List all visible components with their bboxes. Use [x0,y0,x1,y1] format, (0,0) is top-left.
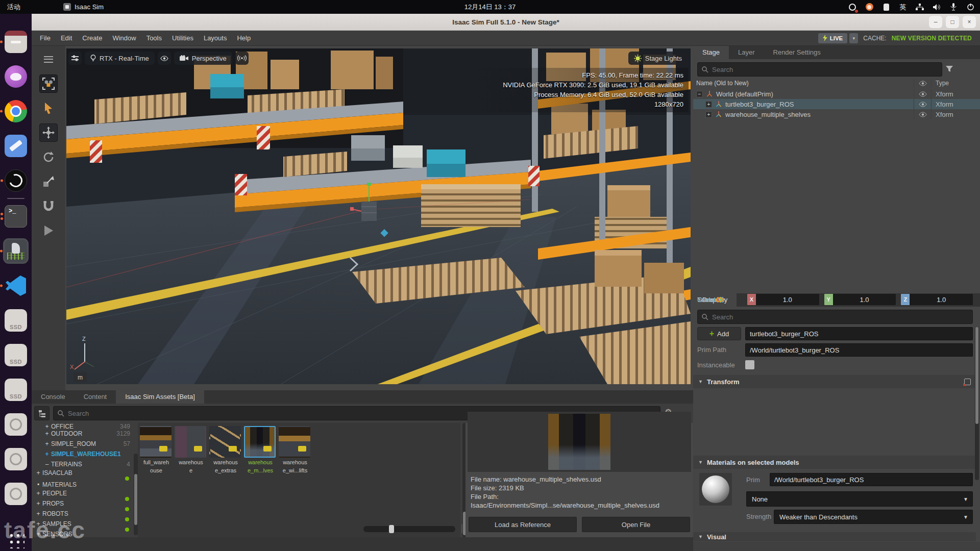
prim-path-field[interactable]: /World/turtlebot3_burger_ROS [745,343,973,357]
viewport-settings-icon[interactable] [68,52,82,65]
minimize-button[interactable]: – [929,16,942,28]
terminal-dock-icon[interactable] [5,205,27,228]
window-titlebar[interactable]: Isaac Sim Full 5.1.0 - New Stage* – □ × [32,14,980,31]
visibility-eye-icon[interactable] [914,89,931,99]
x-value-field[interactable]: 1.0 [756,294,819,305]
material-prim-field[interactable]: /World/turtlebot3_burger_ROS [770,473,973,486]
toolbar-menu-icon[interactable] [39,50,58,68]
disk-drive-1-icon[interactable] [5,413,27,436]
visibility-icon[interactable] [158,52,171,65]
new-version-notice[interactable]: NEW VERSION DETECTED [892,35,972,42]
focused-app-indicator[interactable]: Isaac Sim [63,3,104,11]
strength-dropdown[interactable]: Weaker than Descendants ▼ [774,510,973,524]
instanceable-checkbox[interactable] [745,360,754,369]
filter-icon[interactable] [945,65,953,73]
asset-category-row[interactable]: + OUTDOOR 3129 [34,429,132,439]
ime-indicator[interactable]: 英 [898,3,908,12]
move-tool-icon[interactable] [39,123,58,142]
play-icon[interactable] [39,221,58,240]
expander-icon[interactable]: + [34,500,42,507]
visibility-eye-icon[interactable] [914,109,931,119]
menu-item[interactable]: Window [107,31,141,46]
transform-section-header[interactable]: ▼ Transform [693,375,976,388]
expander-icon[interactable]: • [34,481,42,488]
asset-card[interactable]: full_wareh ouse [140,426,173,537]
activities-button[interactable]: 活动 [7,3,20,12]
disk-drive-2-icon[interactable] [5,448,27,470]
ssd-drive-1-icon[interactable]: SSD [5,309,27,332]
asset-category-row[interactable]: + SIMPLE_WAREHOUSE1 [34,449,132,459]
expander-icon[interactable]: + [34,469,42,477]
bottom-panel-tab[interactable]: Isaac Sim Assets [Beta] [116,390,204,404]
y-value-field[interactable]: 1.0 [833,294,896,305]
live-dropdown-button[interactable]: ▾ [849,33,858,43]
load-as-reference-button[interactable]: Load as Reference [469,517,577,532]
bottom-panel-tab[interactable]: Content [75,390,116,404]
visibility-eye-icon[interactable] [914,99,931,109]
stage-search-input[interactable] [712,66,916,73]
chat-dock-icon[interactable] [5,65,27,88]
tree-view-toggle-icon[interactable] [34,406,50,420]
renderer-selector[interactable]: RTX - Real-Time [85,52,155,65]
dock-divider[interactable] [7,198,24,199]
disk-drive-3-icon[interactable] [5,483,27,505]
expander-icon[interactable]: + [43,440,51,447]
menu-item[interactable]: Utilities [167,31,199,46]
menu-item[interactable]: Help [232,31,256,46]
close-button[interactable]: × [963,16,976,28]
input-tray-icon[interactable] [881,3,891,12]
vscode-dock-icon[interactable] [5,274,27,297]
asset-category-row[interactable]: + PROPS [34,500,132,510]
property-scrollbar[interactable] [975,327,979,480]
viewport-3d[interactable]: RTX - Real-Time Perspective Stage Lights… [66,48,691,384]
microphone-icon[interactable] [949,3,958,12]
clock[interactable]: 12月14日 13：37 [464,3,516,12]
menu-item[interactable]: File [35,31,56,46]
ssd-drive-2-icon[interactable]: SSD [5,344,27,366]
asset-category-row[interactable]: + PEOPLE [34,490,132,500]
isaac-sim-dock-icon[interactable] [5,240,27,262]
open-file-button[interactable]: Open File [582,517,690,532]
text-editor-dock-icon[interactable] [5,135,27,157]
menu-item[interactable]: Edit [56,31,77,46]
expander-icon[interactable]: + [705,101,712,108]
maximize-button[interactable]: □ [946,16,959,28]
stage-tree-row[interactable]: + warehouse_multiple_shelves Xform [693,109,980,119]
ssd-drive-3-icon[interactable]: SSD [5,379,27,401]
expander-icon[interactable]: + [43,450,51,458]
scale-tool-icon[interactable] [39,172,58,191]
menu-item[interactable]: Tools [141,31,167,46]
name-column-header[interactable]: Name (Old to New) [693,80,914,87]
materials-section-header[interactable]: ▼ Materials on selected models [693,456,976,469]
property-search-input[interactable] [712,313,942,321]
asset-category-row[interactable]: + OFFICE 349 [34,423,132,429]
snap-tool-icon[interactable] [39,197,58,215]
transform-reset-icon[interactable] [964,379,971,385]
asset-category-row[interactable]: + ISAACLAB [34,469,132,480]
asset-category-row[interactable]: • MATERIALS [34,480,132,490]
stage-search[interactable] [697,62,942,77]
obs-tray-icon[interactable] [848,3,857,12]
expander-icon[interactable]: + [705,111,712,118]
power-icon[interactable] [966,3,975,12]
asset-card[interactable]: warehous e_wi...lifts [279,426,311,537]
menu-item[interactable]: Layouts [199,31,232,46]
live-sync-button[interactable]: LIVE [818,33,848,43]
property-search[interactable] [697,310,973,324]
thumbnail-size-slider[interactable] [363,526,455,532]
broadcast-icon[interactable] [235,52,249,65]
menu-item[interactable]: Create [77,31,107,46]
asset-card[interactable]: warehous e_extras [209,426,242,537]
visibility-column-header[interactable] [914,79,931,88]
camera-selector[interactable]: Perspective [174,52,232,65]
slider-knob[interactable] [389,525,394,533]
stage-lights-button[interactable]: Stage Lights [628,52,688,65]
expander-icon[interactable]: + [34,490,42,497]
asset-card[interactable]: warehous e [175,426,207,537]
chrome-dock-icon[interactable] [5,100,27,122]
material-dropdown[interactable]: None ▼ [746,491,973,507]
expander-icon[interactable]: + [43,423,51,429]
category-tree-scrollbar[interactable] [134,454,138,535]
app-tray-icon[interactable] [865,3,874,12]
stage-panel-tab[interactable]: Stage [693,46,729,59]
